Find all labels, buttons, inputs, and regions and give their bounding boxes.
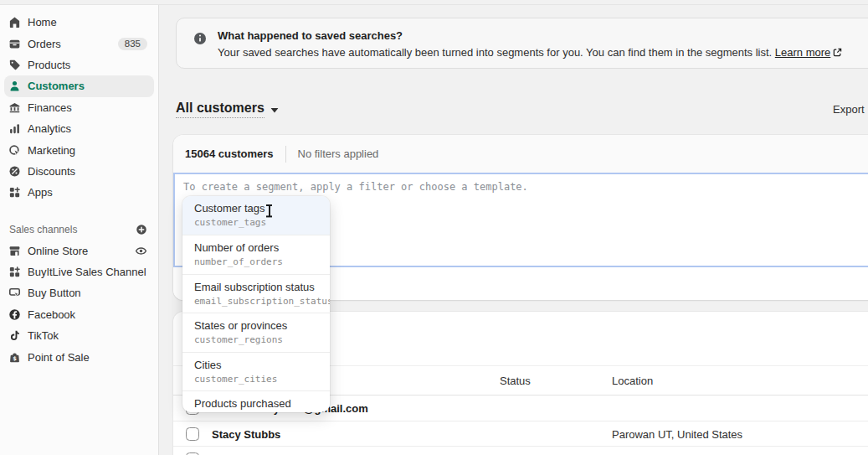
export-button[interactable]: Export xyxy=(833,103,865,116)
main-content: What happened to saved searches? Your sa… xyxy=(160,0,868,455)
row-checkbox[interactable] xyxy=(186,427,199,441)
sidebar-item-customers[interactable]: Customers xyxy=(4,75,154,96)
column-header-status: Status xyxy=(500,375,531,387)
external-link-icon xyxy=(833,48,842,57)
sidebar-item-point-of-sale[interactable]: $ Point of Sale xyxy=(4,346,154,367)
sidebar-item-label: Facebook xyxy=(28,308,75,321)
shopify-admin-window: Home Orders 835 Products Customers xyxy=(0,0,868,455)
banner-body: Your saved searches have automatically b… xyxy=(218,46,842,59)
sales-channels-header: Sales channels xyxy=(4,220,154,239)
banner-text: What happened to saved searches? Your sa… xyxy=(218,29,842,68)
sidebar-item-label: Products xyxy=(28,59,70,71)
sidebar-item-label: Online Store xyxy=(28,245,88,257)
sidebar-item-label: Buy Button xyxy=(28,287,81,299)
sales-channels-title: Sales channels xyxy=(9,224,77,235)
chevron-down-icon xyxy=(270,107,279,113)
sidebar-item-label: BuyItLive Sales Channel xyxy=(28,266,146,278)
filter-template-menu: Customer tags customer_tags Number of or… xyxy=(182,196,330,412)
customers-count-tab[interactable]: 15064 customers xyxy=(185,147,274,160)
sidebar-item-buyitlive[interactable]: BuyItLive Sales Channel xyxy=(4,261,154,282)
sidebar-item-apps[interactable]: Apps xyxy=(4,182,154,203)
tiktok-icon xyxy=(8,329,21,343)
orders-icon xyxy=(8,37,21,50)
page-title: All customers xyxy=(176,101,265,118)
sidebar-item-label: TikTok xyxy=(28,329,59,342)
tab-divider xyxy=(285,146,286,163)
sidebar-item-label: Apps xyxy=(28,186,53,199)
menu-item-number-of-orders[interactable]: Number of orders number_of_orders xyxy=(182,235,330,273)
sidebar-item-online-store[interactable]: Online Store xyxy=(4,240,154,261)
table-row[interactable]: Stacy Stubbs Parowan UT, United States xyxy=(173,421,868,447)
page-actions: Export Import xyxy=(818,103,868,116)
menu-item-customer-tags[interactable]: Customer tags customer_tags xyxy=(182,196,330,235)
sidebar-item-marketing[interactable]: Marketing xyxy=(4,139,154,160)
menu-item-email-subscription-status[interactable]: Email subscription status email_subscrip… xyxy=(182,274,330,313)
menu-item-products-purchased[interactable]: Products purchased xyxy=(182,390,330,412)
sidebar-item-label: Home xyxy=(28,16,57,28)
svg-text:$: $ xyxy=(13,355,17,362)
plus-circle-icon[interactable] xyxy=(136,224,147,235)
sidebar-item-analytics[interactable]: Analytics xyxy=(4,118,154,139)
sidebar-nav: Home Orders 835 Products Customers xyxy=(0,5,159,455)
filters-status-label: No filters applied xyxy=(298,147,379,160)
sidebar-item-label: Point of Sale xyxy=(28,351,90,364)
sidebar-item-label: Orders xyxy=(28,38,61,50)
sidebar-item-label: Analytics xyxy=(28,122,71,135)
menu-item-cities[interactable]: Cities customer_cities xyxy=(182,352,330,390)
facebook-icon xyxy=(8,308,21,321)
sidebar-item-finances[interactable]: Finances xyxy=(4,97,154,118)
banner-body-text: Your saved searches have automatically b… xyxy=(218,46,772,59)
buy-button-icon xyxy=(8,287,21,300)
saved-searches-banner: What happened to saved searches? Your sa… xyxy=(176,18,868,69)
text-cursor-icon xyxy=(265,204,273,217)
sidebar-item-buy-button[interactable]: Buy Button xyxy=(4,282,154,303)
sidebar-item-label: Customers xyxy=(28,80,85,92)
marketing-icon xyxy=(8,143,21,157)
table-row[interactable] xyxy=(173,447,868,455)
customers-icon xyxy=(8,80,21,93)
apps-icon xyxy=(8,186,21,199)
analytics-icon xyxy=(8,122,21,136)
sidebar-item-products[interactable]: Products xyxy=(4,54,154,75)
sidebar-item-label: Discounts xyxy=(28,165,75,178)
products-icon xyxy=(8,58,21,71)
column-header-location: Location xyxy=(612,375,653,387)
customer-location-cell: Parowan UT, United States xyxy=(612,427,742,440)
sidebar-item-orders[interactable]: Orders 835 xyxy=(4,33,154,54)
sidebar-item-discounts[interactable]: Discounts xyxy=(4,161,154,182)
customer-name-cell: Stacy Stubbs xyxy=(212,427,280,440)
sidebar-item-label: Finances xyxy=(28,101,72,114)
segment-tab-strip: 15064 customers No filters applied xyxy=(173,135,868,173)
menu-item-states-or-provinces[interactable]: States or provinces customer_regions xyxy=(182,313,330,351)
home-icon xyxy=(8,16,21,29)
banner-title: What happened to saved searches? xyxy=(218,29,842,42)
sidebar-item-label: Marketing xyxy=(28,144,75,157)
finances-icon xyxy=(8,101,21,114)
eye-icon[interactable] xyxy=(135,245,147,257)
orders-count-badge: 835 xyxy=(118,38,147,50)
grid-plus-icon xyxy=(8,266,21,279)
point-of-sale-icon: $ xyxy=(8,350,21,364)
segment-title-button[interactable]: All customers xyxy=(176,101,279,118)
sidebar-item-tiktok[interactable]: TikTok xyxy=(4,325,154,346)
learn-more-link[interactable]: Learn more xyxy=(775,46,830,59)
storefront-icon xyxy=(8,244,21,257)
discounts-icon xyxy=(8,164,21,178)
sidebar-item-facebook[interactable]: Facebook xyxy=(4,304,154,325)
sidebar-item-home[interactable]: Home xyxy=(4,12,154,33)
info-icon xyxy=(193,32,207,68)
